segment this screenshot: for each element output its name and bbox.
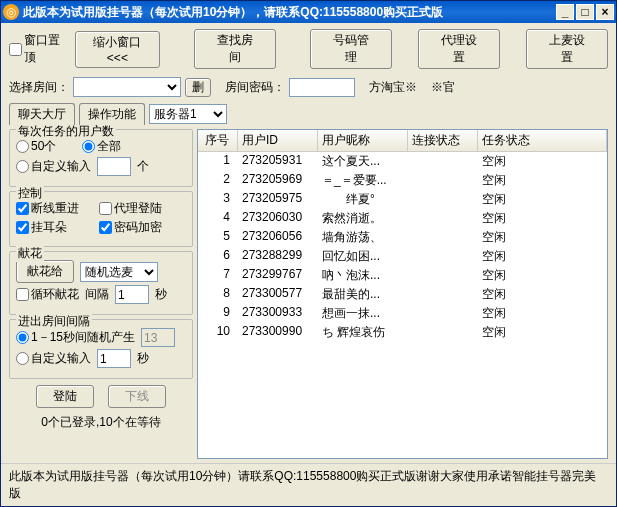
col-seq[interactable]: 序号 [198,130,238,151]
tab-bar: 聊天大厅 操作功能 服务器1 [1,103,616,125]
col-uid[interactable]: 用户ID [238,130,318,151]
room-select[interactable] [73,77,181,97]
login-button[interactable]: 登陆 [36,385,94,408]
chk-hang-ear[interactable]: 挂耳朵 [16,219,67,236]
group-users: 每次任务的用户数 50个 全部 自定义输入 个 [9,129,193,187]
select-room-label: 选择房间： [9,79,69,96]
table-row[interactable]: 9273300933想画一抹...空闲 [198,304,607,323]
radio-custom-interval[interactable]: 自定义输入 [16,350,91,367]
user-table: 序号 用户ID 用户昵称 连接状态 任务状态 1273205931这个夏天...… [197,129,608,459]
flower-target-select[interactable]: 随机选麦 [80,262,158,282]
table-row[interactable]: 1273205931这个夏天...空闲 [198,152,607,171]
titlebar: ◎ 此版本为试用版挂号器（每次试用10分钟），请联系QQ:115558800购买… [1,1,616,23]
note-label: ※官 [431,79,455,96]
table-row[interactable]: 6273288299回忆如困...空闲 [198,247,607,266]
radio-all[interactable]: 全部 [82,138,121,155]
col-conn[interactable]: 连接状态 [408,130,478,151]
table-row[interactable]: 2273205969＝_＝爱要...空闲 [198,171,607,190]
table-row[interactable]: 7273299767吶丶泡沫...空闲 [198,266,607,285]
find-room-button[interactable]: 查找房间 [194,29,276,69]
col-nick[interactable]: 用户昵称 [318,130,408,151]
chk-loop-flower[interactable]: 循环献花 [16,286,79,303]
group-flower: 献花 献花给 随机选麦 循环献花 间隔 秒 [9,251,193,315]
shrink-button[interactable]: 缩小窗口<<< [75,31,160,68]
room-pwd-label: 房间密码： [225,79,285,96]
chk-pwd-encrypt[interactable]: 密码加密 [99,219,162,236]
mic-settings-button[interactable]: 上麦设置 [526,29,608,69]
table-header: 序号 用户ID 用户昵称 连接状态 任务状态 [198,130,607,152]
delete-room-button[interactable]: 删 [185,78,211,97]
proxy-settings-button[interactable]: 代理设置 [418,29,500,69]
toolbar: 窗口置顶 缩小窗口<<< 查找房间 号码管理 代理设置 上麦设置 [1,23,616,75]
maximize-button[interactable]: □ [576,4,594,20]
radio-50[interactable]: 50个 [16,138,56,155]
table-row[interactable]: 5273206056墙角游荡、空闲 [198,228,607,247]
table-row[interactable]: 8273300577最甜美的...空闲 [198,285,607,304]
table-row[interactable]: 3273205975 绊夏°空闲 [198,190,607,209]
table-row[interactable]: 4273206030索然消逝。空闲 [198,209,607,228]
col-task[interactable]: 任务状态 [478,130,607,151]
room-row: 选择房间： 删 房间密码： 方淘宝※ ※官 [1,75,616,103]
tab-operation[interactable]: 操作功能 [79,103,145,125]
app-icon: ◎ [3,4,19,20]
status-text: 0个已登录,10个在等待 [9,414,193,431]
give-flower-button[interactable]: 献花给 [16,260,74,283]
flower-interval-input[interactable] [115,285,149,304]
number-manage-button[interactable]: 号码管理 [310,29,392,69]
group-room-interval: 进出房间间隔 1－15秒间随机产生 自定义输入 秒 [9,319,193,379]
close-button[interactable]: × [596,4,614,20]
footer-text: 此版本为试用版挂号器（每次试用10分钟）请联系QQ:115558800购买正式版… [1,463,616,506]
rand-interval-display [141,328,175,347]
group-control: 控制 断线重进 代理登陆 挂耳朵 密码加密 [9,191,193,247]
left-panel: 每次任务的用户数 50个 全部 自定义输入 个 控制 断线重进 代理登陆 [9,129,193,459]
minimize-button[interactable]: _ [556,4,574,20]
window-title: 此版本为试用版挂号器（每次试用10分钟），请联系QQ:115558800购买正式… [23,4,554,21]
room-pwd-input[interactable] [289,78,355,97]
server-select[interactable]: 服务器1 [149,104,227,124]
custom-interval-input[interactable] [97,349,131,368]
table-body[interactable]: 1273205931这个夏天...空闲2273205969＝_＝爱要...空闲3… [198,152,607,458]
table-row[interactable]: 10273300990ち 辉煌哀伤空闲 [198,323,607,342]
radio-custom-users[interactable]: 自定义输入 [16,158,91,175]
pin-checkbox[interactable]: 窗口置顶 [9,32,67,66]
taobao-label: 方淘宝※ [369,79,417,96]
custom-users-input[interactable] [97,157,131,176]
logout-button[interactable]: 下线 [108,385,166,408]
chk-reconnect[interactable]: 断线重进 [16,200,79,217]
chk-proxy-login[interactable]: 代理登陆 [99,200,162,217]
tab-chat[interactable]: 聊天大厅 [9,103,75,125]
main-window: ◎ 此版本为试用版挂号器（每次试用10分钟），请联系QQ:115558800购买… [0,0,617,507]
radio-rand-interval[interactable]: 1－15秒间随机产生 [16,329,135,346]
